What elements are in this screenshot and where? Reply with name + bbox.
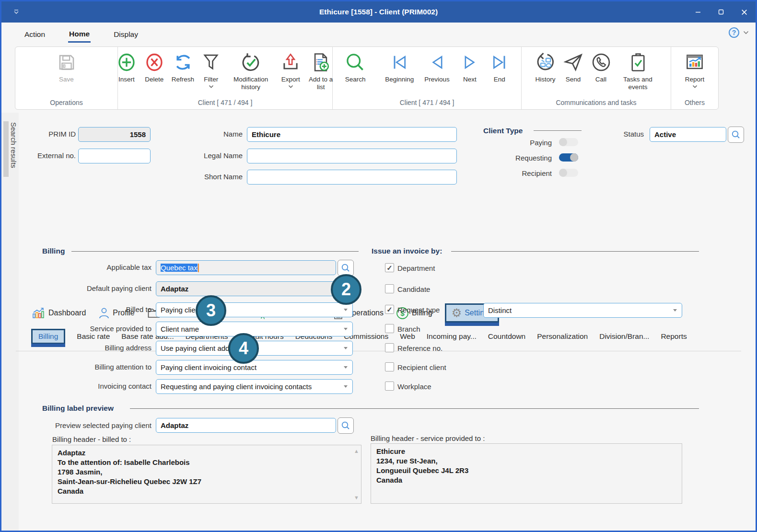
- subtab-countdown[interactable]: Countdown: [488, 332, 525, 341]
- branch-checkbox[interactable]: [385, 324, 394, 333]
- billed-to-dropdown[interactable]: Paying client: [156, 302, 353, 317]
- window-controls: [687, 1, 756, 23]
- recipient-client-checkbox[interactable]: [385, 362, 394, 371]
- filter-button[interactable]: Filter: [198, 49, 224, 89]
- beginning-button[interactable]: Beginning: [382, 49, 417, 84]
- department-label: Department: [397, 264, 435, 272]
- save-icon: [57, 50, 77, 75]
- ribbon-group-client-nav: Search Beginning Previous: [333, 47, 522, 109]
- help-icon[interactable]: ?: [729, 27, 739, 38]
- insert-button[interactable]: Insert: [113, 49, 140, 84]
- subtab-incoming-pay[interactable]: Incoming pay...: [427, 332, 477, 341]
- ribbon: Save Operations Insert: [1, 46, 756, 113]
- scroll-down-icon[interactable]: ▼: [354, 495, 359, 500]
- department-checkbox[interactable]: ✓: [385, 263, 394, 272]
- history-button[interactable]: History: [532, 49, 559, 84]
- requesting-label: Requesting: [490, 154, 552, 162]
- invoicing-contact-dropdown[interactable]: Requesting and paying client invoicing c…: [156, 379, 353, 394]
- status-field[interactable]: Active: [650, 127, 726, 142]
- subtab-personalization[interactable]: Personalization: [537, 332, 588, 341]
- dropdown-caret-icon: [344, 366, 348, 369]
- tasks-events-icon: [628, 50, 648, 75]
- minimize-icon: [695, 9, 701, 15]
- service-to-preview-text: Ethicure 1234, rue St-Jean, Longueuil Qu…: [371, 444, 682, 488]
- billing-attention-to-dropdown[interactable]: Paying client invoicing contact: [156, 360, 353, 375]
- subtab-basic-rate[interactable]: Basic rate: [77, 332, 110, 341]
- billed-to-preview-box[interactable]: Adaptaz To the attention of: Isabelle Ch…: [52, 445, 361, 504]
- menu-home[interactable]: Home: [68, 27, 91, 43]
- ribbon-group-communications: History Send Call: [522, 47, 671, 109]
- label-preview-section-header: Billing label preview: [42, 404, 114, 413]
- preview-paying-client-field[interactable]: Adaptaz: [156, 418, 336, 433]
- request-type-checkbox[interactable]: ✓: [385, 305, 394, 314]
- request-type-dropdown[interactable]: Distinct: [483, 303, 682, 318]
- add-to-list-icon: [310, 50, 331, 75]
- billing-attention-to-label: Billing attention to: [30, 363, 151, 371]
- service-provided-to-dropdown[interactable]: Client name: [156, 322, 353, 336]
- search-results-tab[interactable]: Search results: [10, 122, 18, 168]
- external-no-field[interactable]: [78, 149, 151, 163]
- previous-icon: [428, 50, 447, 75]
- next-button[interactable]: Next: [457, 49, 483, 84]
- tasks-events-button[interactable]: Tasks and events: [615, 49, 661, 92]
- scroll-up-icon[interactable]: ▲: [354, 448, 359, 454]
- next-icon: [460, 50, 479, 75]
- dropdown-caret-icon: [344, 385, 348, 388]
- menu-display[interactable]: Display: [113, 27, 139, 42]
- name-label: Name: [191, 130, 243, 138]
- app-window: Ethicure [1558] - Client (PRIM002) Actio…: [0, 0, 757, 532]
- save-button[interactable]: Save: [53, 49, 80, 84]
- modification-history-button[interactable]: Modification history: [224, 49, 277, 92]
- search-icon: [341, 421, 350, 430]
- maximize-button[interactable]: [710, 1, 733, 23]
- dropdown-caret-icon: [344, 347, 348, 349]
- billed-to-preview-text: Adaptaz To the attention of: Isabelle Ch…: [52, 445, 361, 499]
- side-panel-grip[interactable]: [3, 121, 9, 177]
- status-lookup-button[interactable]: [728, 127, 744, 143]
- search-button[interactable]: Search: [341, 49, 369, 84]
- maximize-icon: [718, 9, 724, 15]
- paying-toggle[interactable]: [559, 138, 578, 146]
- subtab-division-branch[interactable]: Division/Bran...: [599, 332, 649, 341]
- menu-action[interactable]: Action: [23, 27, 46, 42]
- applicable-tax-lookup-button[interactable]: [338, 260, 354, 276]
- chevron-down-icon[interactable]: [743, 31, 749, 35]
- reference-no-label: Reference no.: [397, 344, 443, 352]
- applicable-tax-field[interactable]: Quebec tax: [156, 260, 336, 275]
- callout-3: 3: [196, 295, 226, 326]
- billed-to-label: Billed to: [30, 305, 151, 313]
- service-to-preview-box[interactable]: Ethicure 1234, rue St-Jean, Longueuil Qu…: [371, 443, 682, 504]
- short-name-label: Short Name: [191, 173, 243, 181]
- subtab-reports[interactable]: Reports: [661, 332, 687, 341]
- search-icon: [341, 263, 350, 273]
- send-button[interactable]: Send: [559, 49, 587, 84]
- report-icon: [684, 50, 705, 75]
- request-type-label: Request type: [397, 306, 440, 314]
- end-button[interactable]: End: [487, 49, 512, 84]
- short-name-field[interactable]: [247, 170, 457, 185]
- close-button[interactable]: [733, 1, 756, 23]
- name-field[interactable]: Ethicure: [247, 127, 457, 142]
- history-icon: [535, 50, 556, 75]
- minimize-button[interactable]: [687, 1, 710, 23]
- invoice-by-section-header: Issue an invoice by:: [372, 247, 442, 255]
- previous-button[interactable]: Previous: [421, 49, 453, 84]
- call-button[interactable]: Call: [587, 49, 615, 84]
- requesting-toggle[interactable]: [559, 153, 578, 162]
- candidate-checkbox[interactable]: [385, 284, 394, 293]
- export-button[interactable]: Export: [277, 49, 304, 89]
- refresh-button[interactable]: Refresh: [168, 49, 198, 84]
- legal-name-field[interactable]: [247, 149, 457, 163]
- workplace-checkbox[interactable]: [385, 382, 394, 391]
- selected-text: Quebec tax: [161, 264, 198, 272]
- report-button[interactable]: Report: [681, 49, 709, 89]
- delete-button[interactable]: Delete: [140, 49, 168, 84]
- export-icon: [280, 50, 301, 75]
- prim-id-label: PRIM ID: [30, 130, 76, 138]
- reference-no-checkbox[interactable]: [385, 343, 394, 352]
- branch-label: Branch: [397, 325, 420, 333]
- preview-paying-client-lookup-button[interactable]: [338, 417, 354, 434]
- check-icon: ✓: [386, 305, 393, 314]
- subtab-web[interactable]: Web: [400, 332, 415, 341]
- recipient-toggle[interactable]: [559, 169, 578, 177]
